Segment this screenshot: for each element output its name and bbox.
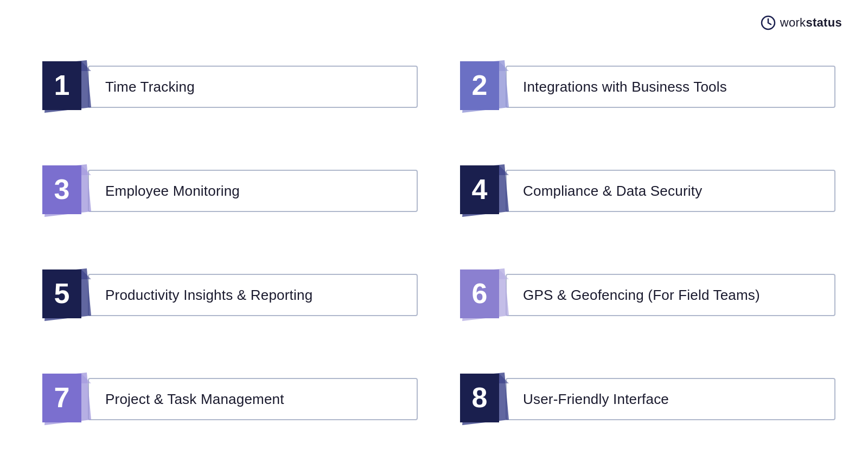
feature-label-box-4: Compliance & Data Security (506, 170, 835, 212)
logo: workstatus (761, 15, 842, 30)
feature-label-box-3: Employee Monitoring (88, 170, 418, 212)
svg-text:3: 3 (54, 174, 70, 205)
feature-item-6: 6 GPS & Geofencing (For Field Teams) (450, 252, 835, 338)
feature-label-2: Integrations with Business Tools (523, 79, 727, 95)
badge-7: 7 (33, 368, 98, 431)
feature-label-4: Compliance & Data Security (523, 183, 702, 200)
svg-text:4: 4 (472, 174, 488, 205)
feature-label-box-2: Integrations with Business Tools (506, 66, 835, 108)
feature-label-box-7: Project & Task Management (88, 378, 418, 420)
clock-icon (761, 15, 776, 30)
svg-text:6: 6 (472, 278, 488, 309)
feature-label-3: Employee Monitoring (105, 183, 240, 200)
feature-item-5: 5 Productivity Insights & Reporting (33, 252, 418, 338)
badge-2: 2 (450, 56, 515, 118)
feature-item-1: 1 Time Tracking (33, 43, 418, 130)
badge-5: 5 (33, 264, 98, 326)
badge-8: 8 (450, 368, 515, 431)
svg-text:8: 8 (472, 382, 488, 413)
feature-label-8: User-Friendly Interface (523, 391, 669, 408)
badge-6: 6 (450, 264, 515, 326)
feature-label-5: Productivity Insights & Reporting (105, 287, 312, 304)
svg-text:7: 7 (54, 382, 70, 413)
feature-label-box-5: Productivity Insights & Reporting (88, 274, 418, 316)
feature-item-8: 8 User-Friendly Interface (450, 356, 835, 442)
feature-item-7: 7 Project & Task Management (33, 356, 418, 442)
feature-item-2: 2 Integrations with Business Tools (450, 43, 835, 130)
badge-4: 4 (450, 160, 515, 222)
feature-label-7: Project & Task Management (105, 391, 284, 408)
feature-label-box-6: GPS & Geofencing (For Field Teams) (506, 274, 835, 316)
feature-label-box-8: User-Friendly Interface (506, 378, 835, 420)
feature-label-6: GPS & Geofencing (For Field Teams) (523, 287, 760, 304)
svg-text:1: 1 (54, 69, 70, 101)
feature-label-1: Time Tracking (105, 79, 195, 95)
badge-1: 1 (33, 56, 98, 118)
feature-item-4: 4 Compliance & Data Security (450, 147, 835, 234)
svg-text:5: 5 (54, 278, 70, 309)
feature-label-box-1: Time Tracking (88, 66, 418, 108)
feature-item-3: 3 Employee Monitoring (33, 147, 418, 234)
features-grid: 1 Time Tracking 2 Integrations with Busi… (0, 0, 868, 475)
logo-text: workstatus (780, 16, 842, 30)
badge-3: 3 (33, 160, 98, 222)
svg-text:2: 2 (472, 69, 488, 101)
